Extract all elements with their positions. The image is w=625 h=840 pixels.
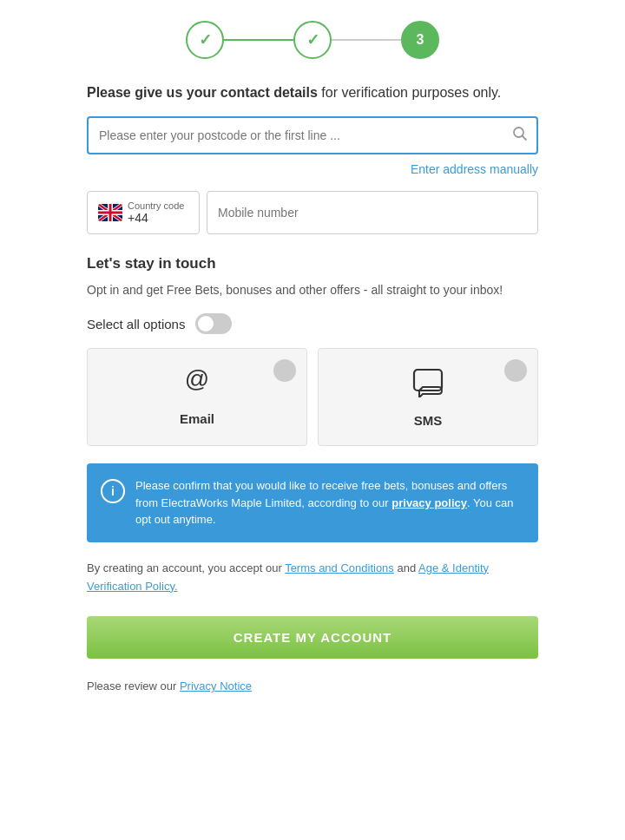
stepper: ✓ ✓ 3 (87, 21, 538, 59)
email-icon: @ (180, 366, 214, 403)
sms-toggle[interactable] (504, 359, 527, 382)
terms-conditions-link[interactable]: Terms and Conditions (285, 561, 394, 574)
select-all-row: Select all options (87, 313, 538, 334)
svg-text:@: @ (185, 366, 209, 392)
postcode-input[interactable] (87, 116, 538, 154)
step-3: 3 (401, 21, 439, 59)
sms-icon (411, 366, 445, 404)
email-label: Email (180, 411, 214, 426)
select-all-label: Select all options (87, 317, 185, 331)
country-code-value: +44 (128, 211, 184, 225)
privacy-notice-link[interactable]: Privacy Notice (180, 679, 252, 692)
step-1: ✓ (186, 21, 224, 59)
enter-manually-wrapper: Enter address manually (87, 161, 538, 177)
postcode-wrapper (87, 116, 538, 154)
svg-rect-10 (98, 212, 122, 214)
info-box: i Please confirm that you would like to … (87, 463, 538, 542)
search-icon (512, 126, 528, 145)
step-line-2 (332, 39, 401, 41)
email-toggle[interactable] (273, 359, 296, 382)
stay-in-touch-title: Let's stay in touch (87, 255, 538, 272)
phone-row: Country code +44 (87, 191, 538, 234)
email-option-card[interactable]: @ Email (87, 348, 307, 446)
mobile-number-input[interactable] (207, 191, 538, 234)
sms-label: SMS (414, 413, 443, 428)
info-text: Please confirm that you would like to re… (135, 477, 524, 528)
country-code-label: Country code (128, 200, 184, 211)
country-code-selector[interactable]: Country code +44 (87, 191, 200, 234)
create-account-button[interactable]: CREATE MY ACCOUNT (87, 616, 538, 659)
privacy-notice-text: Please review our Privacy Notice (87, 679, 538, 692)
uk-flag-icon (98, 204, 122, 221)
svg-line-1 (523, 136, 527, 141)
select-all-toggle[interactable] (195, 313, 232, 334)
step-line-1 (224, 39, 293, 41)
contact-details-heading: Please give us your contact details for … (87, 83, 538, 102)
stay-in-touch-description: Opt in and get Free Bets, bonuses and ot… (87, 281, 538, 299)
options-row: @ Email SMS (87, 348, 538, 446)
terms-text: By creating an account, you accept our T… (87, 560, 538, 596)
info-icon: i (101, 479, 125, 503)
enter-manually-link[interactable]: Enter address manually (411, 162, 538, 176)
privacy-policy-link[interactable]: privacy policy (391, 496, 467, 509)
sms-option-card[interactable]: SMS (318, 348, 538, 446)
step-2: ✓ (293, 21, 332, 59)
